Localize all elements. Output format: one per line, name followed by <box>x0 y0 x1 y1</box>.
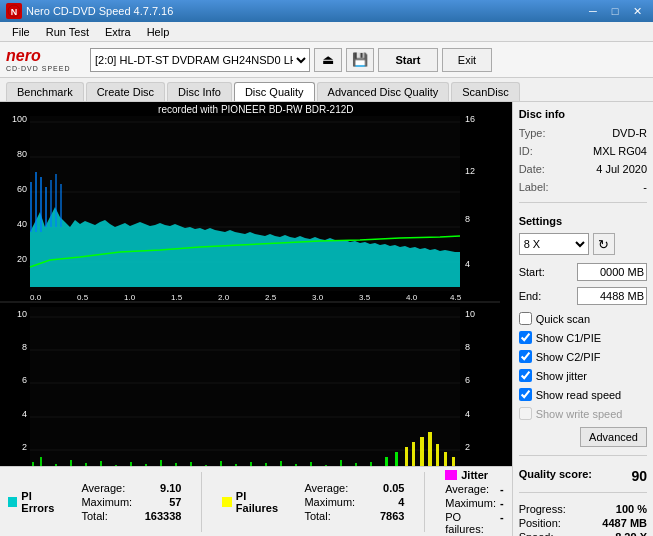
tab-scandisc[interactable]: ScanDisc <box>451 82 519 101</box>
show-read-speed-checkbox[interactable] <box>519 388 532 401</box>
speed-selector[interactable]: 8 X <box>519 233 589 255</box>
jitter-max: Maximum: - <box>445 497 503 509</box>
quality-score-value: 90 <box>631 468 647 484</box>
pi-failures-avg-value: 0.05 <box>383 482 404 494</box>
progress-section: Progress: 100 % Position: 4487 MB Speed:… <box>519 503 647 536</box>
tab-create-disc[interactable]: Create Disc <box>86 82 165 101</box>
pi-errors-icon <box>8 497 17 507</box>
svg-text:3.5: 3.5 <box>359 293 371 302</box>
svg-text:2.5: 2.5 <box>265 293 277 302</box>
show-jitter-row: Show jitter <box>519 368 647 383</box>
svg-rect-51 <box>32 462 34 466</box>
svg-rect-81 <box>436 444 439 466</box>
save-button[interactable]: 💾 <box>346 48 374 72</box>
quick-scan-checkbox[interactable] <box>519 312 532 325</box>
menu-run-test[interactable]: Run Test <box>38 24 97 40</box>
svg-text:2: 2 <box>22 442 27 452</box>
tab-disc-info[interactable]: Disc Info <box>167 82 232 101</box>
tab-disc-quality[interactable]: Disc Quality <box>234 82 315 101</box>
logo-cdspeed: CD·DVD SPEED <box>6 65 86 72</box>
svg-text:0.5: 0.5 <box>77 293 89 302</box>
label-label: Label: <box>519 181 549 193</box>
tab-bar: Benchmark Create Disc Disc Info Disc Qua… <box>0 78 653 102</box>
start-mb-input[interactable] <box>577 263 647 281</box>
svg-rect-35 <box>30 307 460 466</box>
titlebar-title: Nero CD-DVD Speed 4.7.7.16 <box>26 5 173 17</box>
jitter-avg-value: - <box>500 483 504 495</box>
start-mb-label: Start: <box>519 266 545 278</box>
svg-text:8: 8 <box>22 342 27 352</box>
close-button[interactable]: ✕ <box>627 3 647 19</box>
titlebar: N Nero CD-DVD Speed 4.7.7.16 ─ □ ✕ <box>0 0 653 22</box>
type-value: DVD-R <box>612 127 647 139</box>
show-write-speed-label: Show write speed <box>536 408 623 420</box>
eject-button[interactable]: ⏏ <box>314 48 342 72</box>
svg-rect-58 <box>130 462 132 466</box>
svg-text:60: 60 <box>17 184 27 194</box>
svg-rect-66 <box>250 462 252 466</box>
svg-rect-57 <box>115 465 117 466</box>
pi-failures-stats: Average: 0.05 Maximum: 4 Total: 7863 <box>304 482 404 522</box>
type-row: Type: DVD-R <box>519 126 647 140</box>
start-button[interactable]: Start <box>378 48 438 72</box>
svg-rect-62 <box>190 462 192 466</box>
pi-errors-max-label: Maximum: <box>81 496 132 508</box>
svg-rect-79 <box>420 437 424 466</box>
svg-text:10: 10 <box>465 309 475 319</box>
svg-rect-71 <box>325 465 327 466</box>
svg-text:2.0: 2.0 <box>218 293 230 302</box>
toolbar: nero CD·DVD SPEED [2:0] HL-DT-ST DVDRAM … <box>0 42 653 78</box>
svg-rect-60 <box>160 460 162 466</box>
tab-advanced-disc-quality[interactable]: Advanced Disc Quality <box>317 82 450 101</box>
position-value: 4487 MB <box>602 517 647 529</box>
svg-text:0.0: 0.0 <box>30 293 42 302</box>
id-row: ID: MXL RG04 <box>519 144 647 158</box>
exit-button[interactable]: Exit <box>442 48 492 72</box>
refresh-button[interactable]: ↻ <box>593 233 615 255</box>
menu-help[interactable]: Help <box>139 24 178 40</box>
show-c1-pie-row: Show C1/PIE <box>519 330 647 345</box>
jitter-max-label: Maximum: <box>445 497 496 509</box>
show-write-speed-checkbox[interactable] <box>519 407 532 420</box>
svg-rect-20 <box>45 187 47 227</box>
svg-text:6: 6 <box>22 375 27 385</box>
svg-rect-55 <box>85 463 87 466</box>
svg-rect-77 <box>405 447 408 466</box>
svg-text:16: 16 <box>465 114 475 124</box>
charts-container: recorded with PIONEER BD-RW BDR-212D 100… <box>0 102 512 466</box>
pi-errors-avg-value: 9.10 <box>160 482 181 494</box>
svg-rect-59 <box>145 464 147 466</box>
speed-row-progress: Speed: 8.29 X <box>519 531 647 536</box>
show-c1-pie-checkbox[interactable] <box>519 331 532 344</box>
minimize-button[interactable]: ─ <box>583 3 603 19</box>
stats-bar: PI Errors Average: 9.10 Maximum: 57 Tota… <box>0 466 512 536</box>
menu-file[interactable]: File <box>4 24 38 40</box>
speed-label: Speed: <box>519 531 554 536</box>
logo-nero: nero <box>6 47 86 65</box>
svg-rect-80 <box>428 432 432 466</box>
show-jitter-checkbox[interactable] <box>519 369 532 382</box>
tab-benchmark[interactable]: Benchmark <box>6 82 84 101</box>
start-mb-row: Start: <box>519 263 647 281</box>
end-mb-input[interactable] <box>577 287 647 305</box>
pi-failures-avg: Average: 0.05 <box>304 482 404 494</box>
label-value: - <box>643 181 647 193</box>
maximize-button[interactable]: □ <box>605 3 625 19</box>
pi-errors-total-value: 163338 <box>145 510 182 522</box>
drive-selector[interactable]: [2:0] HL-DT-ST DVDRAM GH24NSD0 LH00 <box>90 48 310 72</box>
jitter-max-value: - <box>500 497 504 509</box>
app-logo: nero CD·DVD SPEED <box>6 46 86 74</box>
eject-icon: ⏏ <box>322 52 334 67</box>
advanced-button[interactable]: Advanced <box>580 427 647 447</box>
svg-rect-76 <box>395 452 398 466</box>
quality-score-label: Quality score: <box>519 468 592 484</box>
show-write-speed-row: Show write speed <box>519 406 647 421</box>
divider3 <box>519 202 647 203</box>
show-c2-pif-checkbox[interactable] <box>519 350 532 363</box>
svg-text:80: 80 <box>17 149 27 159</box>
svg-rect-70 <box>310 462 312 466</box>
svg-rect-21 <box>50 180 52 227</box>
divider5 <box>519 492 647 493</box>
pi-failures-avg-label: Average: <box>304 482 348 494</box>
menu-extra[interactable]: Extra <box>97 24 139 40</box>
